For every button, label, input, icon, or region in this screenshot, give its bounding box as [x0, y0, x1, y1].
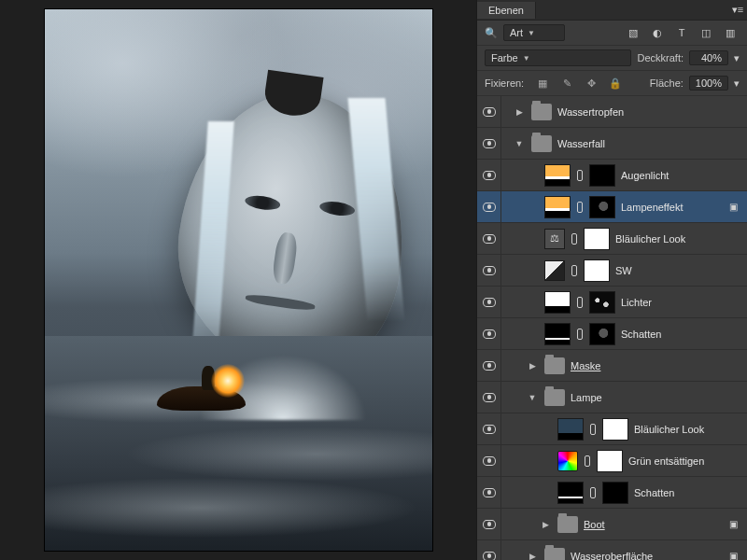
layer-name[interactable]: Wasserfall: [557, 138, 741, 149]
document-canvas[interactable]: [45, 9, 432, 551]
layer-mask-thumbnail[interactable]: [602, 418, 628, 441]
layer-name[interactable]: Boot: [584, 519, 719, 530]
layer-row[interactable]: Grün entsättigen: [477, 445, 747, 477]
link-icon[interactable]: [576, 296, 584, 309]
layer-thumbnail[interactable]: [557, 418, 584, 441]
layer-thumbnail[interactable]: [544, 291, 571, 314]
visibility-toggle[interactable]: [477, 96, 501, 127]
layer-row[interactable]: ▼Lampe: [477, 382, 747, 413]
layer-row[interactable]: ⚖Bläulicher Look: [477, 223, 747, 255]
visibility-toggle[interactable]: [477, 509, 501, 539]
link-icon[interactable]: [571, 232, 578, 245]
layer-row[interactable]: ▼Wasserfall: [477, 128, 747, 160]
layer-mask-thumbnail[interactable]: [589, 196, 615, 218]
layer-row[interactable]: ▶Wassertropfen: [477, 96, 747, 128]
disclosure-toggle[interactable]: ▶: [539, 520, 552, 529]
layer-thumbnail[interactable]: [544, 196, 571, 218]
layer-row[interactable]: Schatten: [477, 477, 747, 509]
disclosure-toggle[interactable]: ▶: [526, 552, 539, 561]
fill-input[interactable]: 100%: [689, 76, 728, 91]
layer-name[interactable]: Augenlicht: [621, 170, 741, 181]
layer-name[interactable]: Maske: [571, 360, 741, 371]
adjustment-icon[interactable]: [557, 451, 578, 471]
visibility-toggle[interactable]: [477, 350, 501, 381]
blend-mode-select[interactable]: Farbe ▼: [485, 49, 631, 66]
visibility-toggle[interactable]: [477, 223, 501, 254]
layer-name[interactable]: Lichter: [621, 297, 741, 308]
filter-pixel-icon[interactable]: ▧: [624, 24, 642, 41]
layer-mask-thumbnail[interactable]: [602, 482, 628, 504]
visibility-toggle[interactable]: [477, 445, 501, 476]
visibility-toggle[interactable]: [477, 382, 501, 413]
layer-name[interactable]: Bläulicher Look: [634, 424, 741, 435]
layer-name[interactable]: Schatten: [621, 329, 741, 340]
link-icon[interactable]: [571, 264, 578, 277]
visibility-toggle[interactable]: [477, 128, 501, 159]
link-icon[interactable]: [584, 455, 591, 468]
layer-row[interactable]: Lampeneffekt▣: [477, 191, 747, 223]
visibility-toggle[interactable]: [477, 160, 501, 190]
link-icon[interactable]: [589, 423, 597, 436]
chevron-down-icon[interactable]: ▾: [734, 52, 740, 64]
layer-row[interactable]: ▶Boot▣: [477, 509, 747, 540]
opacity-input[interactable]: 40%: [689, 50, 728, 65]
layer-name[interactable]: Wasseroberfläche: [571, 551, 719, 561]
chevron-down-icon[interactable]: ▾: [734, 77, 740, 90]
layer-thumbnail[interactable]: [544, 323, 571, 345]
disclosure-toggle[interactable]: ▼: [513, 139, 526, 148]
layer-row[interactable]: Augenlicht: [477, 160, 747, 191]
visibility-toggle[interactable]: [477, 477, 501, 508]
disclosure-toggle[interactable]: ▶: [513, 107, 526, 117]
layer-mask-thumbnail[interactable]: [589, 323, 615, 345]
layer-row[interactable]: SW: [477, 255, 747, 287]
tab-layers[interactable]: Ebenen: [477, 2, 536, 19]
layer-name[interactable]: Schatten: [634, 487, 741, 498]
layer-name[interactable]: SW: [615, 265, 741, 276]
filter-adjust-icon[interactable]: ◐: [648, 24, 667, 41]
layer-mask-thumbnail[interactable]: [597, 450, 623, 472]
visibility-toggle[interactable]: [477, 191, 501, 222]
layer-name[interactable]: Bläulicher Look: [615, 233, 741, 245]
lock-transparency-icon[interactable]: ▦: [533, 75, 552, 91]
fx-icon[interactable]: ▣: [725, 551, 741, 560]
layer-row[interactable]: ▶Wasseroberfläche▣: [477, 540, 747, 560]
visibility-toggle[interactable]: [477, 287, 501, 317]
layer-row[interactable]: ▶Maske: [477, 350, 747, 382]
layer-row[interactable]: Lichter: [477, 287, 747, 318]
link-icon[interactable]: [576, 328, 584, 341]
filter-smart-icon[interactable]: ▥: [721, 24, 740, 41]
layer-name[interactable]: Lampe: [571, 392, 741, 403]
fx-icon[interactable]: ▣: [725, 202, 741, 212]
filter-type-icon[interactable]: T: [672, 24, 691, 41]
layer-thumbnail[interactable]: [557, 482, 584, 504]
layer-mask-thumbnail[interactable]: [589, 164, 615, 187]
lock-all-icon[interactable]: 🔒: [606, 75, 625, 91]
link-icon[interactable]: [576, 201, 584, 214]
lock-position-icon[interactable]: ✥: [582, 75, 600, 91]
link-icon[interactable]: [576, 169, 584, 182]
lock-paint-icon[interactable]: ✎: [557, 75, 576, 91]
filter-type-select[interactable]: Art ▼: [503, 24, 565, 41]
layer-mask-thumbnail[interactable]: [589, 291, 615, 314]
adjustment-icon[interactable]: [544, 260, 565, 281]
layer-row[interactable]: Schatten: [477, 318, 747, 350]
panel-menu-icon[interactable]: ▾≡: [728, 2, 747, 19]
visibility-toggle[interactable]: [477, 413, 501, 444]
adjustment-icon[interactable]: ⚖: [544, 229, 565, 249]
layer-thumbnail[interactable]: [544, 164, 571, 187]
layer-name[interactable]: Wassertropfen: [557, 106, 741, 118]
layer-name[interactable]: Grün entsättigen: [628, 455, 741, 467]
fx-icon[interactable]: ▣: [725, 519, 741, 529]
layer-row[interactable]: Bläulicher Look: [477, 413, 747, 445]
layer-list[interactable]: ▶Wassertropfen▼WasserfallAugenlichtLampe…: [477, 96, 747, 560]
layer-mask-thumbnail[interactable]: [584, 228, 610, 250]
visibility-toggle[interactable]: [477, 255, 501, 286]
link-icon[interactable]: [589, 486, 597, 499]
visibility-toggle[interactable]: [477, 540, 501, 560]
visibility-toggle[interactable]: [477, 318, 501, 349]
layer-mask-thumbnail[interactable]: [584, 259, 610, 282]
filter-shape-icon[interactable]: ◫: [697, 24, 715, 41]
disclosure-toggle[interactable]: ▼: [526, 393, 539, 402]
layer-name[interactable]: Lampeneffekt: [621, 202, 719, 213]
disclosure-toggle[interactable]: ▶: [526, 361, 539, 371]
